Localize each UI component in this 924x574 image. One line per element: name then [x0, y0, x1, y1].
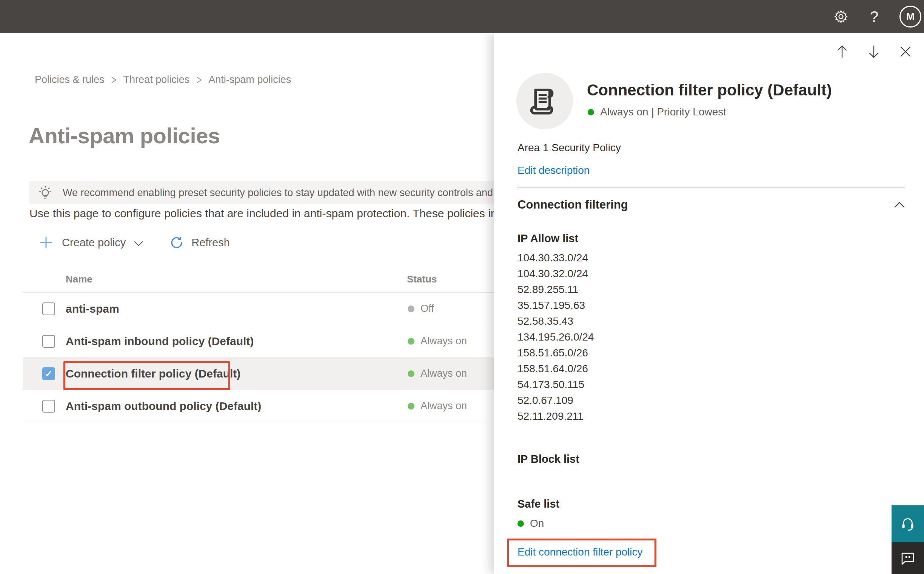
app-window: ? M Policies & rules > Threat policies >…	[0, 0, 924, 574]
ip-entry: 52.0.67.109	[517, 393, 594, 408]
previous-item-button[interactable]	[835, 44, 849, 59]
column-header-name[interactable]: Name	[66, 273, 92, 285]
safe-list-label: Safe list	[517, 498, 559, 510]
policy-name[interactable]: anti-spam	[66, 303, 119, 315]
row-checkbox-checked[interactable]: ✓	[42, 367, 55, 380]
section-connection-filtering[interactable]: Connection filtering	[517, 198, 905, 211]
breadcrumb-separator-icon: >	[111, 73, 117, 87]
banner-text: We recommend enabling preset security po…	[63, 187, 494, 199]
status-badge: Always on	[408, 368, 467, 379]
support-button[interactable]	[892, 505, 924, 542]
table-row[interactable]: Anti-spam inbound policy (Default) Alway…	[23, 325, 509, 358]
page-description: Use this page to configure policies that…	[29, 204, 494, 222]
refresh-icon	[169, 235, 184, 250]
recommendation-banner: We recommend enabling preset security po…	[29, 181, 494, 204]
status-badge: Off	[408, 303, 434, 315]
ip-entry: 35.157.195.63	[517, 298, 594, 314]
help-icon: ?	[870, 8, 878, 25]
breadcrumb-anti-spam-policies[interactable]: Anti-spam policies	[208, 74, 291, 86]
page-title: Anti-spam policies	[29, 123, 220, 148]
details-flyout-panel: Connection filter policy (Default) Alway…	[494, 33, 924, 574]
top-app-bar: ? M	[0, 0, 924, 33]
ip-entry: 134.195.26.0/24	[517, 329, 594, 345]
create-policy-button[interactable]: Create policy	[39, 236, 143, 249]
status-badge: Always on	[408, 400, 467, 412]
chevron-down-icon	[134, 241, 143, 246]
breadcrumb-separator-icon: >	[196, 73, 202, 87]
ip-allow-list: 104.30.33.0/24 104.30.32.0/24 52.89.255.…	[517, 250, 594, 424]
ip-allow-list-label: IP Allow list	[517, 232, 578, 245]
account-button[interactable]: M	[891, 0, 924, 33]
table-row[interactable]: Anti-spam outbound policy (Default) Alwa…	[23, 390, 509, 423]
settings-button[interactable]	[824, 0, 858, 33]
edit-description-link[interactable]: Edit description	[517, 164, 590, 177]
ip-entry: 52.11.209.211	[517, 408, 594, 424]
status-dot-off-icon	[408, 306, 415, 312]
policy-name[interactable]: Anti-spam inbound policy (Default)	[66, 335, 254, 348]
create-policy-label: Create policy	[62, 237, 126, 249]
help-button[interactable]: ?	[858, 0, 891, 33]
feedback-bubble-icon	[899, 550, 916, 566]
ip-entry: 104.30.33.0/24	[517, 250, 594, 266]
column-header-status[interactable]: Status	[407, 273, 437, 285]
scroll-icon	[528, 85, 561, 117]
close-icon	[899, 46, 911, 58]
edit-connection-filter-policy-link[interactable]: Edit connection filter policy	[517, 546, 643, 558]
policy-avatar	[516, 73, 573, 129]
gear-icon	[834, 9, 848, 24]
next-item-button[interactable]	[867, 44, 881, 59]
status-dot-on-icon	[588, 109, 594, 115]
policy-name[interactable]: Connection filter policy (Default)	[66, 367, 240, 380]
status-dot-on-icon	[517, 520, 524, 527]
ip-entry: 158.51.64.0/26	[517, 361, 594, 377]
safe-list-status: On	[517, 517, 544, 530]
panel-title: Connection filter policy (Default)	[587, 81, 832, 99]
table-row[interactable]: anti-spam Off	[23, 293, 509, 325]
status-badge: Always on	[408, 335, 467, 347]
headset-icon	[899, 515, 916, 533]
command-bar: Create policy Refresh	[39, 233, 230, 252]
lightbulb-icon	[38, 185, 53, 200]
arrow-down-icon	[867, 44, 880, 59]
close-panel-button[interactable]	[898, 44, 913, 59]
ip-entry: 104.30.32.0/24	[517, 266, 594, 282]
breadcrumb-threat-policies[interactable]: Threat policies	[123, 74, 190, 86]
avatar: M	[899, 6, 921, 28]
policy-name[interactable]: Anti-spam outbound policy (Default)	[66, 400, 261, 413]
panel-status: Always on | Priority Lowest	[588, 106, 726, 118]
plus-icon	[39, 236, 53, 249]
chevron-up-icon	[894, 201, 905, 208]
table-row-selected[interactable]: ✓ Connection filter policy (Default) Alw…	[23, 358, 509, 390]
refresh-button[interactable]: Refresh	[169, 235, 230, 250]
ip-entry: 54.173.50.115	[517, 377, 594, 393]
table-header: Name Status	[23, 266, 509, 293]
status-dot-on-icon	[408, 338, 415, 345]
divider	[517, 187, 905, 188]
refresh-label: Refresh	[191, 237, 230, 249]
status-dot-on-icon	[408, 371, 415, 377]
status-dot-on-icon	[408, 403, 415, 410]
ip-entry: 52.58.35.43	[517, 314, 594, 329]
panel-actions	[835, 44, 913, 59]
breadcrumb-policies-rules[interactable]: Policies & rules	[35, 74, 104, 86]
row-checkbox[interactable]	[42, 400, 55, 413]
ip-entry: 158.51.65.0/26	[517, 345, 594, 361]
arrow-up-icon	[836, 44, 848, 59]
ip-entry: 52.89.255.11	[517, 282, 594, 298]
policy-description: Area 1 Security Policy	[517, 142, 621, 154]
breadcrumb: Policies & rules > Threat policies > Ant…	[35, 74, 291, 86]
row-checkbox[interactable]	[42, 335, 55, 348]
feedback-button[interactable]	[892, 542, 924, 574]
ip-block-list-label: IP Block list	[517, 453, 579, 465]
row-checkbox[interactable]	[42, 303, 55, 315]
